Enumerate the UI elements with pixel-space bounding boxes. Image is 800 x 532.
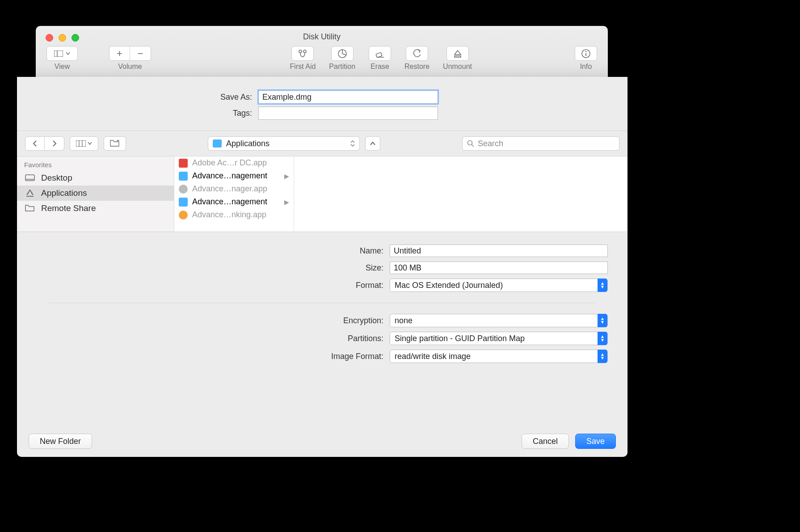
view-mode-button[interactable] [70,136,98,151]
finder-navbar: Applications Search [17,131,627,156]
size-input[interactable] [390,262,608,274]
volume-add-button[interactable]: + [109,46,130,60]
unmount-label: Unmount [443,63,472,71]
window-title: Disk Utility [36,26,608,42]
first-aid-button[interactable] [291,46,314,61]
info-button[interactable] [575,46,597,61]
svg-rect-21 [25,175,34,181]
svg-rect-0 [54,51,63,57]
name-label: Name: [17,246,390,256]
format-select[interactable]: Mac OS Extended (Journaled) ▲▼ [390,279,608,292]
svg-line-6 [342,54,346,55]
chevron-down-icon [66,52,70,55]
erase-icon [375,49,385,58]
save-sheet: Save As: Tags: Applications [17,77,627,457]
history-buttons [25,136,64,151]
updown-icon: ▲▼ [598,332,607,345]
file-label: Advance…nager.app [192,184,267,194]
first-aid-label: First Aid [290,63,316,71]
back-button[interactable] [25,136,45,151]
toolbar: View + − Volume First Aid Partition [36,46,608,77]
cancel-button[interactable]: Cancel [522,434,569,449]
info-label: Info [580,63,592,71]
sidebar-item-remote-share[interactable]: Remote Share [17,201,174,216]
updown-icon: ▲▼ [598,279,607,292]
svg-line-20 [472,145,474,147]
sidebar-icon [54,51,63,57]
svg-point-24 [31,193,32,194]
sidebar-item-desktop[interactable]: Desktop [17,170,174,186]
sidebar-heading: Favorites [17,156,174,170]
chevron-down-icon [88,142,92,145]
svg-rect-10 [455,56,461,57]
sidebar-item-applications[interactable]: Applications [17,186,174,201]
app-icon [179,159,188,168]
svg-marker-9 [455,51,461,55]
minimize-button[interactable] [59,34,66,42]
info-icon [581,49,591,59]
save-as-input[interactable] [258,90,438,104]
location-popup[interactable]: Applications [208,136,360,151]
divider [48,303,596,303]
file-column: Adobe Ac…r DC.app Advance…nagement ▶ Adv… [174,156,294,232]
svg-point-12 [585,51,587,52]
file-row[interactable]: Advance…nagement ▶ [174,169,294,182]
restore-icon [412,49,422,58]
columns-icon [76,140,86,147]
svg-point-2 [299,50,302,53]
name-input[interactable] [390,245,608,257]
partitions-value: Single partition - GUID Partition Map [395,334,525,343]
file-row[interactable]: Advance…nager.app [174,182,294,195]
applications-icon [25,190,35,197]
new-folder-button[interactable]: New Folder [29,434,92,449]
zoom-button[interactable] [72,34,79,42]
encryption-value: none [395,316,413,325]
partitions-label: Partitions: [17,334,390,343]
partitions-select[interactable]: Single partition - GUID Partition Map ▲▼ [390,332,608,345]
svg-point-23 [28,193,29,194]
group-button[interactable] [104,136,126,151]
chevron-up-icon [370,141,375,146]
imageformat-value: read/write disk image [395,352,471,361]
updown-icon: ▲▼ [598,350,607,363]
file-row[interactable]: Advance…nking.app [174,208,294,221]
forward-button[interactable] [45,136,64,151]
unmount-button[interactable] [446,46,469,61]
view-button[interactable] [46,46,78,61]
restore-button[interactable] [406,46,428,61]
file-row[interactable]: Advance…nagement ▶ [174,195,294,208]
partition-label: Partition [329,63,355,71]
restore-label: Restore [404,63,429,71]
erase-button[interactable] [369,46,391,61]
save-button[interactable]: Save [575,434,616,449]
folder-icon [213,139,222,148]
file-row[interactable]: Adobe Ac…r DC.app [174,156,294,169]
imageformat-select[interactable]: read/write disk image ▲▼ [390,350,608,363]
desktop-icon [25,174,35,182]
format-value: Mac OS Extended (Journaled) [395,281,503,290]
folder-icon [25,205,35,212]
file-preview-pane [294,156,627,232]
sheet-header: Save As: Tags: [17,77,627,131]
sidebar-item-label: Applications [41,188,87,198]
sidebar-item-label: Desktop [41,173,72,183]
chevron-right-icon: ▶ [284,173,289,180]
format-label: Format: [17,281,390,290]
chevron-right-icon: ▶ [284,198,289,206]
partition-button[interactable] [331,46,354,61]
search-icon [467,140,474,147]
volume-remove-button[interactable]: − [130,46,151,60]
file-browser: Favorites Desktop Applications Remote Sh… [17,156,627,232]
chevron-right-icon [52,140,57,147]
collapse-button[interactable] [365,136,380,151]
stethoscope-icon [298,49,307,58]
search-field[interactable]: Search [462,136,619,151]
sidebar: Favorites Desktop Applications Remote Sh… [17,156,174,232]
chevron-left-icon [32,140,38,147]
sheet-footer: New Folder Cancel Save [17,426,627,457]
folder-icon [179,172,188,181]
close-button[interactable] [46,34,53,42]
tags-input[interactable] [258,106,438,120]
encryption-select[interactable]: none ▲▼ [390,314,608,327]
view-label: View [55,63,70,71]
